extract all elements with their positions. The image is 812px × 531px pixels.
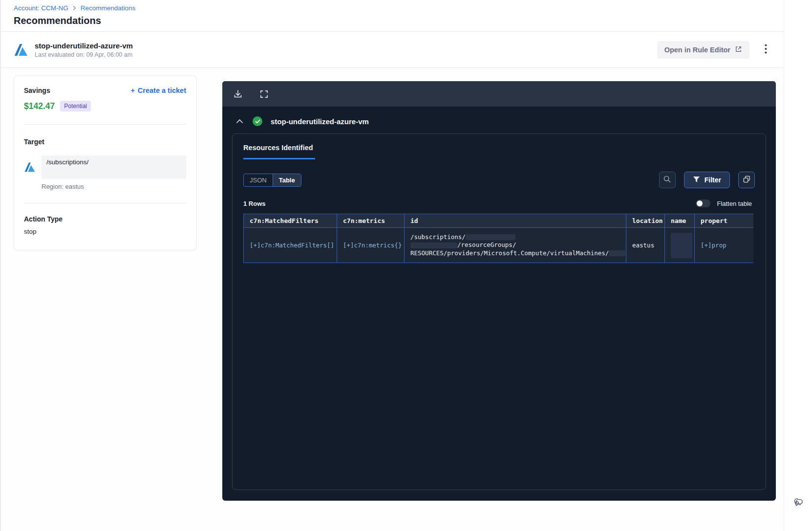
col-properties[interactable]: propert [695, 214, 754, 228]
table-row: [+]c7n:MatchedFilters[] [+]c7n:metrics{}… [244, 228, 754, 263]
page-left-edge [0, 0, 1, 531]
breadcrumb: Account: CCM-NG Recommendations [14, 4, 770, 12]
rows-count: 1 Rows [243, 200, 266, 207]
rule-last-evaluated: Last evaluated on: 09 Apr, 06:00 am [35, 51, 133, 58]
search-icon [663, 175, 671, 185]
viewer-rule-name: stop-underutilized-azure-vm [271, 117, 369, 126]
azure-icon [14, 43, 28, 57]
external-link-icon [735, 45, 742, 54]
col-metrics[interactable]: c7n:metrics [337, 214, 405, 228]
flatten-table-toggle[interactable] [696, 199, 710, 207]
target-region: Region: eastus [42, 183, 186, 190]
cell-name [665, 228, 695, 263]
card-divider [24, 124, 186, 125]
tab-resources-identified[interactable]: Resources Identified [243, 144, 315, 159]
copy-icon [743, 175, 751, 185]
open-in-rule-editor-label: Open in Rule Editor [664, 46, 730, 54]
savings-card: Savings + Create a ticket $142.47 Potent… [14, 75, 196, 250]
controls-row: JSON Table [243, 172, 755, 188]
cell-id: /subscriptions/ /resourceGroups/ RESOURC… [405, 228, 626, 263]
rows-row: 1 Rows Flatten table [243, 199, 755, 207]
redacted-text [671, 233, 692, 258]
rule-name: stop-underutilized-azure-vm [35, 42, 133, 50]
target-path: /subscriptions/ [46, 158, 181, 166]
json-view-button[interactable]: JSON [244, 174, 273, 186]
filter-button[interactable]: Filter [684, 172, 730, 188]
action-type-label: Action Type [24, 215, 186, 223]
copy-button[interactable] [738, 172, 755, 188]
topbar: Account: CCM-NG Recommendations Recommen… [0, 0, 784, 31]
rule-header: stop-underutilized-azure-vm Last evaluat… [0, 31, 784, 67]
create-ticket-label: Create a ticket [138, 87, 186, 94]
redacted-text [410, 243, 457, 248]
kebab-menu-button[interactable] [762, 41, 770, 58]
col-id[interactable]: id [405, 214, 626, 228]
right-rail [784, 0, 812, 531]
open-in-rule-editor-button[interactable]: Open in Rule Editor [657, 41, 749, 59]
cell-location: eastus [626, 228, 665, 263]
azure-target-icon [24, 161, 36, 173]
resources-viewer-card: stop-underutilized-azure-vm Resources Id… [222, 81, 776, 501]
cell-metrics-expand[interactable]: [+]c7n:metrics{} [343, 242, 402, 249]
col-matched-filters[interactable]: c7n:MatchedFilters [244, 214, 337, 228]
support-chat-button[interactable] [792, 495, 805, 509]
download-button[interactable] [232, 88, 244, 100]
filter-icon [693, 176, 700, 184]
collapse-chevron-icon[interactable] [235, 118, 244, 125]
rule-section-header: stop-underutilized-azure-vm [222, 107, 776, 126]
action-type-value: stop [24, 228, 186, 235]
cell-properties-expand[interactable]: [+]prop [701, 242, 727, 249]
fullscreen-button[interactable] [258, 88, 270, 100]
col-location[interactable]: location [626, 214, 665, 228]
table-view-button[interactable]: Table [273, 174, 301, 186]
savings-label: Savings [24, 87, 50, 94]
redacted-text [609, 250, 625, 256]
create-ticket-button[interactable]: + Create a ticket [130, 87, 186, 94]
target-path-box: /subscriptions/ [42, 155, 186, 179]
view-mode-segmented-control: JSON Table [243, 174, 301, 187]
content-area: Savings + Create a ticket $142.47 Potent… [0, 67, 784, 530]
plus-icon: + [130, 87, 134, 94]
viewer-toolbar [222, 81, 776, 107]
flatten-table-label: Flatten table [717, 200, 752, 207]
rule-meta: stop-underutilized-azure-vm Last evaluat… [35, 42, 133, 58]
breadcrumb-recommendations-link[interactable]: Recommendations [81, 4, 136, 12]
potential-badge: Potential [60, 101, 91, 111]
resources-panel: Resources Identified JSON Table [232, 133, 766, 490]
page-title: Recommendations [14, 15, 770, 26]
breadcrumb-chevron-icon [72, 6, 77, 10]
target-label: Target [24, 138, 186, 146]
card-divider-2 [24, 203, 186, 203]
resources-table: c7n:MatchedFilters c7n:metrics id locati… [243, 214, 753, 263]
search-button[interactable] [659, 172, 676, 188]
table-header-row: c7n:MatchedFilters c7n:metrics id locati… [244, 214, 754, 228]
filter-label: Filter [705, 176, 721, 184]
breadcrumb-account-link[interactable]: Account: CCM-NG [14, 4, 68, 12]
redacted-text [466, 234, 515, 240]
main-area: Account: CCM-NG Recommendations Recommen… [0, 0, 784, 531]
cell-matched-filters-expand[interactable]: [+]c7n:MatchedFilters[] [250, 242, 334, 249]
resources-table-container[interactable]: c7n:MatchedFilters c7n:metrics id locati… [243, 214, 753, 263]
savings-amount: $142.47 [24, 101, 55, 111]
col-name[interactable]: name [665, 214, 695, 228]
success-check-icon [253, 116, 262, 126]
